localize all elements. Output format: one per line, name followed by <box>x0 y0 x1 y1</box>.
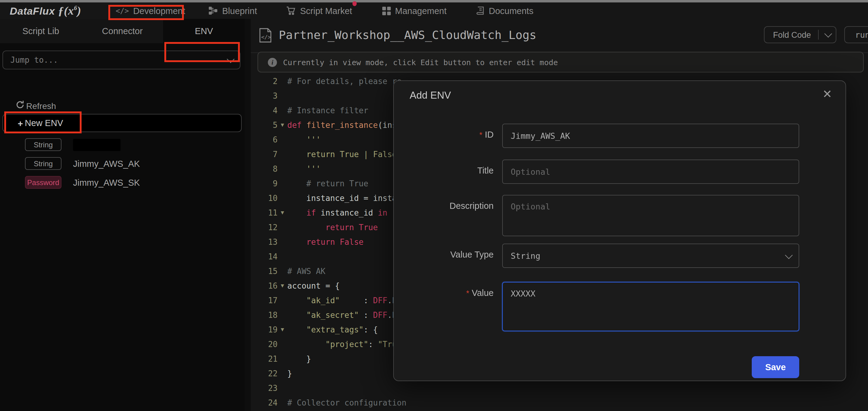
code-token <box>287 208 307 217</box>
screenshot-viewport: DataFlux ƒ(x6) </>DevelopmentBlueprintSc… <box>0 0 868 411</box>
tab-script-lib[interactable]: Script Lib <box>0 19 82 43</box>
tab-connector[interactable]: Connector <box>82 19 163 43</box>
field-placeholder: Optional <box>511 202 550 211</box>
window-top-strip <box>0 0 868 2</box>
description-field[interactable]: Optional <box>502 195 799 236</box>
code-token: # AWS AK <box>287 266 326 275</box>
code-token: : <box>359 310 373 319</box>
env-list-item[interactable]: PasswordJimmy_AWS_SK <box>0 173 245 192</box>
field-value: String <box>511 251 540 261</box>
code-icon: </> <box>116 6 129 15</box>
line-number: 10 <box>251 193 278 202</box>
value_type-select[interactable]: String <box>502 243 799 268</box>
line-number: 17 <box>251 296 278 305</box>
code-token: "ak_secret" <box>287 310 359 319</box>
chevron-down-icon <box>825 30 832 37</box>
line-number: 6 <box>251 135 278 144</box>
line-number: 20 <box>251 340 278 349</box>
nav-label: Development <box>133 6 185 16</box>
field-label-title: Title <box>394 166 494 175</box>
button-divider <box>818 30 819 39</box>
grid-icon <box>382 6 391 15</box>
refresh-label: Refresh <box>26 101 56 111</box>
nav-label: Blueprint <box>222 6 257 16</box>
refresh-button[interactable]: Refresh <box>16 100 56 111</box>
code-token: DFF <box>373 296 388 305</box>
line-number: 4 <box>251 106 278 115</box>
view-mode-banner: i Currently in view mode, click Edit but… <box>257 52 864 72</box>
new-env-button[interactable]: + New ENV <box>2 114 242 132</box>
jump-to-placeholder: Jump to... <box>10 55 58 64</box>
code-token: "ak_id" <box>287 296 340 305</box>
code-token: # Instance filter <box>287 106 368 115</box>
code-token: : { <box>363 325 378 334</box>
env-list-item[interactable]: StringJimmy_AWS_AK <box>0 154 245 173</box>
run-label: run <box>855 30 868 39</box>
code-token: instance_id = instan <box>287 193 402 202</box>
dataflux-logo: DataFlux ƒ(x6) <box>10 4 81 18</box>
env-type-badge: String <box>25 157 61 170</box>
fold-arrow-icon[interactable]: ▼ <box>278 209 287 215</box>
jump-to-select[interactable]: Jump to... <box>2 51 241 69</box>
title-field[interactable]: Optional <box>502 159 799 184</box>
code-token: account = { <box>287 281 340 290</box>
code-token: "project" <box>287 340 368 349</box>
code-token: : <box>340 296 373 305</box>
code-token: return True | False <box>287 149 397 158</box>
fold-arrow-icon[interactable]: ▼ <box>278 122 287 128</box>
field-label-value_type: Value Type <box>394 249 494 259</box>
code-token: in <box>378 208 387 217</box>
chevron-down-icon <box>785 251 793 259</box>
line-number: 13 <box>251 237 278 246</box>
fold-code-label: Fold Code <box>765 30 811 39</box>
code-token: ''' <box>287 164 321 173</box>
line-number: 12 <box>251 223 278 232</box>
cart-icon <box>286 6 296 15</box>
script-title: Partner_Workshop__AWS_CloudWatch_Logs <box>279 28 536 41</box>
logo-brand: DataFlux <box>10 5 55 17</box>
banner-text: Currently in view mode, click Edit butto… <box>283 58 558 67</box>
line-number: 16 <box>251 281 278 290</box>
close-icon[interactable]: ✕ <box>823 88 832 100</box>
new-env-label: New ENV <box>25 118 63 128</box>
field-value: Jimmy_AWS_AK <box>511 131 570 141</box>
fold-code-button[interactable]: Fold Code <box>764 26 836 43</box>
book-icon <box>476 6 485 15</box>
nav-label: Documents <box>489 6 533 16</box>
refresh-icon <box>16 100 24 111</box>
tab-env[interactable]: ENV <box>163 19 245 43</box>
nav-item-documents[interactable]: Documents <box>476 2 533 19</box>
code-token: "extra_tags" <box>287 325 363 334</box>
code-token: return False <box>287 237 363 246</box>
env-name: Jimmy_AWS_AK <box>73 158 140 168</box>
line-number: 11 <box>251 208 278 217</box>
code-token: # Collector configuration <box>287 398 406 407</box>
fold-arrow-icon[interactable]: ▼ <box>278 326 287 332</box>
logo-fx: ƒ(x6) <box>58 4 81 17</box>
info-icon: i <box>268 58 277 67</box>
env-list-item[interactable]: String <box>0 135 245 154</box>
id-field[interactable]: Jimmy_AWS_AK <box>502 124 799 148</box>
code-token: # For details, please re <box>287 77 402 86</box>
chevron-down-icon <box>227 55 234 63</box>
nav-item-blueprint[interactable]: Blueprint <box>209 2 257 19</box>
run-button[interactable]: run <box>844 26 868 43</box>
code-token: } <box>287 369 292 378</box>
code-token: def <box>287 120 307 129</box>
code-line: 23 <box>251 381 868 395</box>
line-number: 22 <box>251 369 278 378</box>
code-token: DFF <box>373 310 388 319</box>
line-number: 8 <box>251 164 278 173</box>
nav-item-development[interactable]: </>Development <box>116 2 185 19</box>
field-label-description: Description <box>394 201 494 211</box>
fold-arrow-icon[interactable]: ▼ <box>278 283 287 289</box>
line-number: 5 <box>251 120 278 129</box>
code-token: filter_instance <box>307 120 378 129</box>
required-asterisk: * <box>479 130 483 140</box>
value-field[interactable]: XXXXX <box>502 282 799 331</box>
env-name: Jimmy_AWS_SK <box>73 177 140 187</box>
nav-item-management[interactable]: Management <box>382 2 446 19</box>
save-button[interactable]: Save <box>752 356 799 378</box>
nav-item-script-market[interactable]: Script Market <box>286 2 352 19</box>
sidebar-tabs: Script LibConnectorENV <box>0 19 245 43</box>
